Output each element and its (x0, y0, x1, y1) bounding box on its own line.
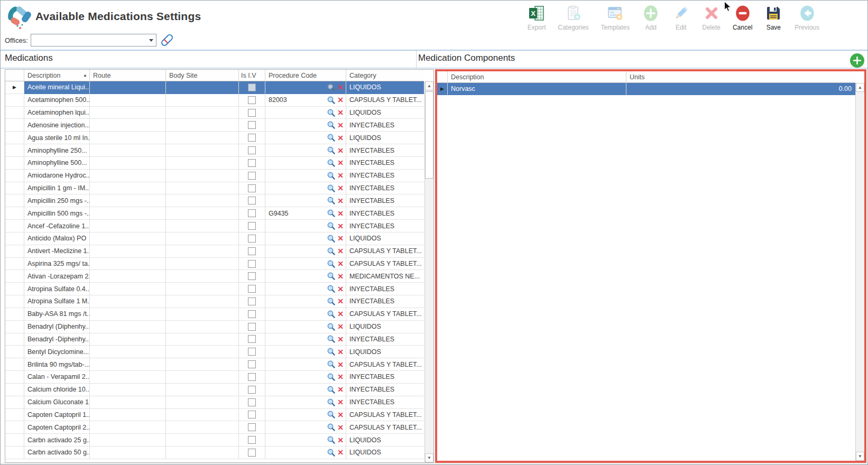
offices-dropdown-button[interactable] (146, 34, 156, 46)
procedure-lookup-icon[interactable] (327, 120, 336, 129)
procedure-clear-icon[interactable]: ✕ (337, 285, 344, 293)
medication-row[interactable]: Antivert -Meclizine 1...✕CAPSULAS Y TABL… (5, 245, 424, 258)
is-iv-checkbox[interactable] (248, 121, 256, 129)
medication-row[interactable]: Agua sterile 10 ml In...✕LIQUIDOS (5, 132, 424, 144)
procedure-clear-icon[interactable]: ✕ (337, 335, 344, 343)
procedure-clear-icon[interactable]: ✕ (337, 310, 344, 318)
medication-row[interactable]: Ampicillin 500 mgs -...G9435✕INYECTABLES (5, 207, 424, 220)
medication-row[interactable]: Atropina Sulfate 0.4...✕INYECTABLES (5, 283, 424, 295)
column-header-description[interactable]: Description ▲ (24, 70, 90, 81)
edit-button[interactable]: Edit (668, 3, 694, 32)
is-iv-checkbox[interactable] (248, 436, 256, 444)
medication-row[interactable]: Benadryl (Diphenhy...✕LIQUIDOS (5, 321, 424, 333)
export-button[interactable]: X Export (524, 3, 550, 32)
procedure-clear-icon[interactable]: ✕ (337, 159, 344, 167)
procedure-lookup-icon[interactable] (327, 423, 336, 432)
medication-row[interactable]: Aminophylline 500...✕INYECTABLES (5, 157, 424, 170)
procedure-lookup-icon[interactable] (327, 184, 336, 193)
medication-row[interactable]: Adenosine injection...✕INYECTABLES (5, 119, 424, 132)
procedure-lookup-icon[interactable] (327, 108, 336, 117)
is-iv-checkbox[interactable] (248, 423, 256, 431)
medication-row[interactable]: Bentyl Dicyclomine...✕LIQUIDOS (5, 346, 424, 358)
procedure-clear-icon[interactable]: ✕ (337, 171, 344, 180)
procedure-clear-icon[interactable]: ✕ (337, 272, 344, 281)
procedure-lookup-icon[interactable] (327, 221, 336, 230)
scroll-up-button[interactable]: ▲ (856, 83, 864, 92)
is-iv-checkbox[interactable] (248, 411, 256, 418)
procedure-clear-icon[interactable]: ✕ (337, 184, 344, 192)
procedure-clear-icon[interactable]: ✕ (337, 259, 344, 268)
procedure-clear-icon[interactable]: ✕ (337, 436, 344, 444)
medication-row[interactable]: Calan - Verapamil 2....✕INYECTABLES (5, 371, 424, 384)
medication-row[interactable]: Ancef -Cefazoline 1...✕INYECTABLES (5, 220, 424, 232)
column-header-procedure-code[interactable]: Procedure Code (265, 70, 346, 81)
procedure-lookup-icon[interactable] (327, 297, 336, 306)
procedure-clear-icon[interactable]: ✕ (337, 222, 344, 230)
procedure-clear-icon[interactable]: ✕ (337, 146, 344, 155)
medication-row[interactable]: Carbn activado 50 g...✕LIQUIDOS (5, 447, 424, 459)
scroll-up-button[interactable]: ▲ (425, 81, 433, 90)
medication-row[interactable]: Anticido (Malox) PO✕LIQUIDOS (5, 232, 424, 245)
is-iv-checkbox[interactable] (248, 235, 256, 243)
medication-row[interactable]: Carbn activado 25 g...✕LIQUIDOS (5, 434, 424, 447)
medication-row[interactable]: Ampicillin 250 mgs -...✕INYECTABLES (5, 194, 424, 207)
is-iv-checkbox[interactable] (248, 134, 256, 142)
procedure-lookup-icon[interactable] (327, 284, 336, 293)
procedure-clear-icon[interactable]: ✕ (337, 197, 344, 205)
offices-combobox[interactable] (31, 34, 156, 46)
medication-row[interactable]: Capoten Captopril 2...✕CAPSULAS Y TABLET… (5, 421, 424, 434)
is-iv-checkbox[interactable] (248, 323, 256, 331)
procedure-lookup-icon[interactable] (327, 334, 336, 343)
component-row[interactable]: ▶Norvasc0.00 (437, 83, 855, 95)
medication-row[interactable]: Ativan -Lorazepam 2...✕MEDICAMENTOS NE..… (5, 270, 424, 283)
is-iv-checkbox[interactable] (248, 184, 256, 192)
is-iv-checkbox[interactable] (248, 96, 256, 104)
is-iv-checkbox[interactable] (248, 449, 256, 457)
column-header-category[interactable]: Category (346, 70, 424, 81)
medication-row[interactable]: Acetaminophen 500...82003✕CAPSULAS Y TAB… (5, 94, 424, 107)
is-iv-checkbox[interactable] (248, 172, 256, 180)
procedure-lookup-icon[interactable] (327, 133, 336, 142)
medication-row[interactable]: ▶Aceite mineral Liqui...✕LIQUIDOS (5, 81, 424, 94)
is-iv-checkbox[interactable] (248, 297, 256, 305)
procedure-clear-icon[interactable]: ✕ (337, 108, 344, 117)
scroll-down-button[interactable]: ▼ (425, 453, 433, 462)
is-iv-checkbox[interactable] (248, 109, 256, 117)
medication-row[interactable]: Aminophylline 250...✕INYECTABLES (5, 144, 424, 157)
column-header-units[interactable]: Units (626, 71, 855, 83)
procedure-lookup-icon[interactable] (327, 247, 336, 256)
medication-row[interactable]: Calcium Gluconate 1...✕INYECTABLES (5, 396, 424, 409)
procedure-lookup-icon[interactable] (327, 385, 336, 394)
medication-row[interactable]: Acetaminophen lqui...✕LIQUIDOS (5, 107, 424, 119)
column-header-is-iv[interactable]: Is I.V (239, 70, 265, 81)
medication-row[interactable]: Capoten Captopril 1...✕CAPSULAS Y TABLET… (5, 409, 424, 422)
procedure-clear-icon[interactable]: ✕ (337, 348, 344, 356)
medication-row[interactable]: Calcium chloride 10...✕INYECTABLES (5, 384, 424, 396)
procedure-clear-icon[interactable]: ✕ (337, 360, 344, 369)
is-iv-checkbox[interactable] (248, 310, 256, 318)
procedure-clear-icon[interactable]: ✕ (337, 121, 344, 129)
procedure-clear-icon[interactable]: ✕ (337, 411, 344, 419)
is-iv-checkbox[interactable] (248, 197, 256, 204)
procedure-clear-icon[interactable]: ✕ (337, 448, 344, 457)
is-iv-checkbox[interactable] (248, 373, 256, 381)
procedure-lookup-icon[interactable] (327, 234, 336, 243)
procedure-lookup-icon[interactable] (327, 146, 336, 155)
add-button[interactable]: Add (638, 3, 663, 32)
procedure-clear-icon[interactable]: ✕ (337, 398, 344, 406)
medications-scrollbar[interactable]: ▲ ▼ (424, 81, 433, 462)
column-header-description[interactable]: Description (448, 71, 626, 83)
procedure-lookup-icon[interactable] (327, 398, 336, 407)
procedure-lookup-icon[interactable] (327, 322, 336, 331)
save-button[interactable]: Save (761, 3, 786, 32)
procedure-lookup-icon[interactable] (327, 373, 336, 382)
procedure-lookup-icon[interactable] (327, 347, 336, 356)
is-iv-checkbox[interactable] (248, 386, 256, 394)
is-iv-checkbox[interactable] (248, 222, 256, 230)
medication-row[interactable]: Benadryl -Diphenhy...✕INYECTABLES (5, 333, 424, 346)
is-iv-checkbox[interactable] (248, 360, 256, 368)
is-iv-checkbox[interactable] (248, 285, 256, 293)
procedure-clear-icon[interactable]: ✕ (337, 234, 344, 243)
clear-office-eraser-icon[interactable] (159, 32, 176, 49)
is-iv-checkbox[interactable] (248, 146, 256, 154)
